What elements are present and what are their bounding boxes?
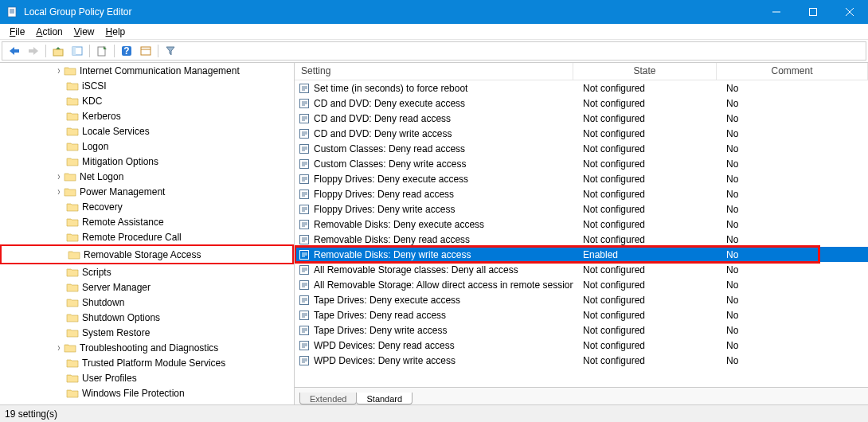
- tab-standard[interactable]: Standard: [356, 393, 412, 404]
- minimize-button[interactable]: [758, 0, 795, 24]
- back-button[interactable]: [6, 43, 23, 59]
- column-state[interactable]: State: [573, 63, 717, 80]
- folder-icon: [65, 373, 80, 384]
- list-row[interactable]: Tape Drives: Deny execute accessNot conf…: [295, 292, 868, 307]
- tree-item-label: Kerberos: [82, 111, 121, 122]
- menu-action[interactable]: Action: [30, 25, 68, 39]
- tree-item[interactable]: Trusted Platform Module Services: [0, 355, 294, 370]
- folder-icon: [65, 282, 80, 293]
- policy-setting-icon: [298, 218, 311, 231]
- tree-item[interactable]: iSCSI: [0, 78, 294, 93]
- tree-item[interactable]: ›Internet Communication Management: [0, 63, 294, 78]
- list-row[interactable]: All Removable Storage: Allow direct acce…: [295, 277, 868, 292]
- filter-button[interactable]: [162, 43, 179, 59]
- tree-item-label: Internet Communication Management: [80, 65, 240, 76]
- setting-comment: No: [717, 128, 868, 139]
- tree-item[interactable]: Recovery: [0, 199, 294, 214]
- list-row[interactable]: Custom Classes: Deny read accessNot conf…: [295, 141, 868, 156]
- setting-comment: No: [717, 355, 868, 366]
- setting-name: Removable Disks: Deny read access: [314, 234, 573, 245]
- tree-item-label: Removable Storage Access: [84, 249, 201, 260]
- list-row[interactable]: WPD Devices: Deny read accessNot configu…: [295, 338, 868, 353]
- list-row[interactable]: Set time (in seconds) to force rebootNot…: [295, 80, 868, 96]
- tree-item[interactable]: Kerberos: [0, 108, 294, 123]
- folder-icon: [65, 217, 80, 228]
- tree-item[interactable]: ›Net Logon: [0, 169, 294, 184]
- show-hide-tree-button[interactable]: [68, 43, 86, 59]
- chevron-right-icon[interactable]: ›: [53, 402, 63, 404]
- tree-item[interactable]: ›Power Management: [0, 184, 294, 199]
- tabs-footer: Extended Standard: [295, 387, 868, 404]
- toolbar-separator: [89, 45, 90, 57]
- policy-setting-icon: [298, 339, 311, 352]
- tree-item[interactable]: Shutdown: [0, 295, 294, 310]
- up-button[interactable]: [49, 43, 67, 59]
- setting-comment: No: [717, 295, 868, 306]
- tree-item[interactable]: Shutdown Options: [0, 310, 294, 325]
- tab-extended[interactable]: Extended: [299, 393, 357, 404]
- properties-button[interactable]: [137, 43, 154, 59]
- svg-rect-5: [810, 9, 817, 16]
- setting-name: All Removable Storage: Allow direct acce…: [314, 279, 573, 291]
- list-pane: Setting State Comment Set time (in secon…: [295, 63, 868, 404]
- list-row[interactable]: Custom Classes: Deny write accessNot con…: [295, 156, 868, 171]
- tree-item[interactable]: System Restore: [0, 325, 294, 340]
- list-row[interactable]: Tape Drives: Deny write accessNot config…: [295, 322, 868, 338]
- chevron-right-icon[interactable]: ›: [53, 64, 63, 76]
- list-row[interactable]: Tape Drives: Deny read accessNot configu…: [295, 307, 868, 322]
- tree-item[interactable]: Scripts: [0, 264, 294, 279]
- list-row[interactable]: All Removable Storage classes: Deny all …: [295, 262, 868, 277]
- menu-file[interactable]: File: [4, 25, 30, 39]
- tree-item[interactable]: ›Windows Time Service: [0, 401, 294, 404]
- list-row[interactable]: Removable Disks: Deny execute accessNot …: [295, 217, 868, 232]
- tree-item[interactable]: Remote Assistance: [0, 214, 294, 229]
- list-row[interactable]: CD and DVD: Deny read accessNot configur…: [295, 111, 868, 126]
- toolbar-wrap: ?: [0, 40, 868, 63]
- setting-state: Not configured: [573, 264, 717, 275]
- menu-view[interactable]: View: [68, 25, 100, 39]
- list-row[interactable]: Floppy Drives: Deny write accessNot conf…: [295, 201, 868, 217]
- menu-help[interactable]: Help: [100, 25, 131, 39]
- tree-item[interactable]: Logon: [0, 139, 294, 154]
- tree-item[interactable]: Locale Services: [0, 123, 294, 139]
- policy-setting-icon: [298, 188, 311, 201]
- forward-button[interactable]: [25, 43, 42, 59]
- list-row[interactable]: Removable Disks: Deny write accessEnable…: [295, 247, 868, 262]
- list-row[interactable]: CD and DVD: Deny execute accessNot confi…: [295, 96, 868, 111]
- tree-item[interactable]: Removable Storage Access: [2, 247, 292, 262]
- list-row[interactable]: Removable Disks: Deny read accessNot con…: [295, 232, 868, 247]
- setting-name: Custom Classes: Deny read access: [314, 143, 573, 154]
- chevron-right-icon[interactable]: ›: [53, 342, 63, 354]
- tree-item-label: Scripts: [82, 267, 111, 278]
- column-setting[interactable]: Setting: [295, 63, 573, 80]
- tree-scroll[interactable]: ›Internet Communication ManagementiSCSIK…: [0, 63, 294, 404]
- chevron-right-icon[interactable]: ›: [53, 186, 63, 197]
- close-button[interactable]: [831, 0, 868, 24]
- list-row[interactable]: WPD Devices: Deny write accessNot config…: [295, 353, 868, 368]
- tree-item-label: Mitigation Options: [82, 156, 158, 167]
- tree-item-label: Server Manager: [82, 282, 151, 293]
- setting-state: Not configured: [573, 219, 717, 230]
- tree-item[interactable]: Mitigation Options: [0, 154, 294, 169]
- column-comment[interactable]: Comment: [717, 63, 868, 80]
- tree-item-label: KDC: [82, 96, 102, 107]
- chevron-right-icon[interactable]: ›: [53, 170, 63, 182]
- tree-item[interactable]: ›Troubleshooting and Diagnostics: [0, 340, 294, 355]
- setting-comment: No: [717, 158, 868, 170]
- list-row[interactable]: Floppy Drives: Deny execute accessNot co…: [295, 171, 868, 186]
- maximize-button[interactable]: [795, 0, 831, 24]
- list-row[interactable]: Floppy Drives: Deny read accessNot confi…: [295, 186, 868, 201]
- help-button[interactable]: ?: [118, 43, 135, 59]
- tree-item-label: Shutdown: [82, 297, 124, 308]
- tree-item[interactable]: KDC: [0, 93, 294, 108]
- setting-name: Removable Disks: Deny write access: [314, 249, 573, 260]
- tree-item[interactable]: User Profiles: [0, 370, 294, 385]
- tree-item[interactable]: Remote Procedure Call: [0, 229, 294, 244]
- setting-comment: No: [717, 264, 868, 275]
- export-button[interactable]: [93, 43, 111, 59]
- list-row[interactable]: CD and DVD: Deny write accessNot configu…: [295, 126, 868, 141]
- tree-item[interactable]: Server Manager: [0, 279, 294, 295]
- toolbar-separator: [45, 45, 46, 57]
- tree-item[interactable]: Windows File Protection: [0, 385, 294, 401]
- folder-icon: [63, 403, 77, 405]
